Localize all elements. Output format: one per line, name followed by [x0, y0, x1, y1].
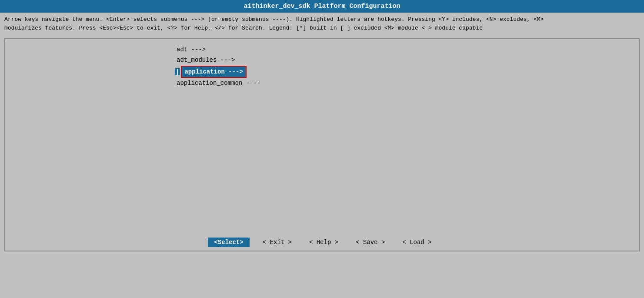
bottom-toolbar: <Select> < Exit > < Help > < Save > < Lo…	[5, 234, 639, 251]
title-bar: aithinker_dev_sdk Platform Configuration	[0, 0, 644, 13]
list-item-selected[interactable]: | application --->	[175, 66, 247, 78]
help-button[interactable]: < Help >	[305, 238, 343, 247]
help-text-area: Arrow keys navigate the menu. <Enter> se…	[0, 13, 644, 35]
selected-menu-item[interactable]: application --->	[181, 66, 246, 78]
main-panel: adt ---> adt_modules ---> | application …	[4, 38, 640, 251]
exit-button[interactable]: < Exit >	[258, 238, 296, 247]
selection-marker: |	[175, 68, 180, 75]
list-item[interactable]: adt --->	[175, 44, 207, 55]
help-line2: modularizes features. Press <Esc><Esc> t…	[4, 24, 640, 33]
list-item[interactable]: adt_modules --->	[175, 55, 237, 65]
title-text: aithinker_dev_sdk Platform Configuration	[244, 3, 400, 10]
select-button[interactable]: <Select>	[208, 238, 249, 247]
load-button[interactable]: < Load >	[398, 238, 436, 247]
save-button[interactable]: < Save >	[351, 238, 389, 247]
list-item[interactable]: application_common ----	[175, 78, 262, 88]
menu-list: adt ---> adt_modules ---> | application …	[5, 39, 639, 93]
help-line1: Arrow keys navigate the menu. <Enter> se…	[4, 15, 640, 24]
